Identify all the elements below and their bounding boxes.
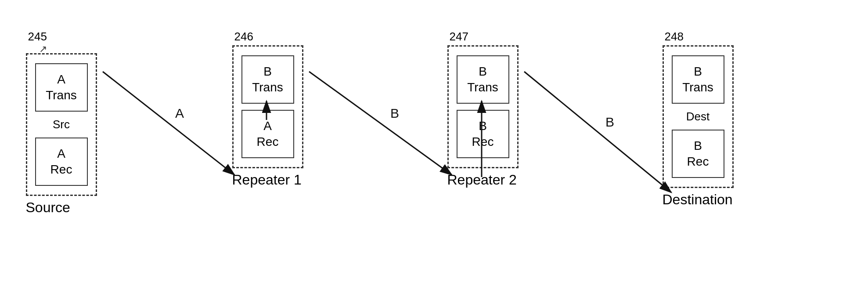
repeater1-rec-line1: A <box>263 118 272 134</box>
repeater1-trans-box: B Trans <box>241 55 294 104</box>
destination-trans-line2: Trans <box>682 80 713 95</box>
destination-rec-box: B Rec <box>672 130 724 178</box>
arrow-b1-label: B <box>390 106 399 120</box>
source-rec-line1: A <box>57 146 65 162</box>
node-source: 245 ↗ A Trans Src A Rec Source <box>26 30 97 216</box>
repeater1-label: Repeater 1 <box>232 172 303 188</box>
destination-dest-label: Dest <box>686 110 710 123</box>
arrow-b2 <box>524 72 671 192</box>
source-rec-box: A Rec <box>35 138 88 186</box>
repeater1-trans-line1: B <box>263 64 272 80</box>
repeater2-rec-line1: B <box>479 118 487 134</box>
source-trans-line2: Trans <box>46 87 77 103</box>
source-trans-box: A Trans <box>35 63 88 112</box>
arrow-a <box>103 72 234 175</box>
destination-rec-line2: Rec <box>687 154 709 170</box>
repeater1-trans-line2: Trans <box>252 80 283 95</box>
arrow-b2-label: B <box>605 115 614 129</box>
source-rec-line2: Rec <box>50 162 72 177</box>
repeater2-rec-box: B Rec <box>457 110 509 158</box>
source-dashed-box: A Trans Src A Rec <box>26 53 97 196</box>
repeater2-label: Repeater 2 <box>447 172 519 188</box>
node-destination: 248 B Trans Dest B Rec Destination <box>663 30 734 208</box>
ref-245: 245 <box>28 30 97 43</box>
node-repeater1: 246 B Trans A Rec Repeater 1 <box>232 30 303 188</box>
ref-248: 248 <box>665 30 734 43</box>
repeater1-rec-box: A Rec <box>241 110 294 158</box>
destination-dashed-box: B Trans Dest B Rec <box>663 45 734 188</box>
source-src-label: Src <box>53 118 70 131</box>
repeater2-dashed-box: B Trans B Rec <box>447 45 519 168</box>
source-label: Source <box>26 199 97 216</box>
node-repeater2: 247 B Trans B Rec Repeater 2 <box>447 30 519 188</box>
repeater2-trans-box: B Trans <box>457 55 509 104</box>
source-trans-line1: A <box>57 72 65 87</box>
destination-trans-line1: B <box>694 64 702 80</box>
destination-trans-box: B Trans <box>672 55 724 104</box>
repeater2-rec-line2: Rec <box>472 134 494 150</box>
repeater1-dashed-box: B Trans A Rec <box>232 45 303 168</box>
ref-246: 246 <box>234 30 303 43</box>
arrow-b1 <box>309 72 452 175</box>
destination-rec-line1: B <box>694 138 702 154</box>
repeater2-trans-line1: B <box>479 64 487 80</box>
repeater2-trans-line2: Trans <box>467 80 498 95</box>
repeater1-rec-line2: Rec <box>257 134 279 150</box>
destination-label: Destination <box>663 192 734 208</box>
ref-247: 247 <box>450 30 519 43</box>
arrow-a-label: A <box>175 106 184 120</box>
diagram: 245 ↗ A Trans Src A Rec Source 246 B Tra… <box>17 17 851 280</box>
